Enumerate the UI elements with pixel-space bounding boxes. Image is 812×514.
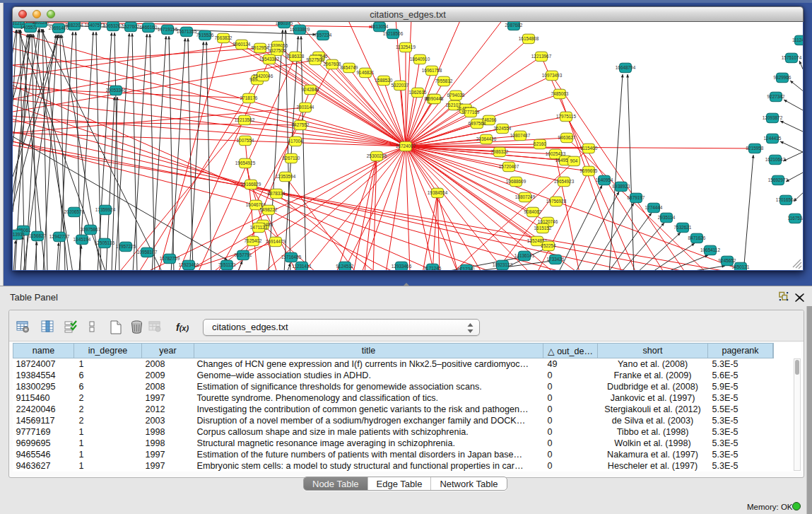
svg-text:20206576: 20206576 xyxy=(64,209,85,214)
svg-text:7986322: 7986322 xyxy=(491,149,509,154)
svg-text:8427552: 8427552 xyxy=(292,122,310,127)
svg-text:7625402: 7625402 xyxy=(245,238,262,243)
svg-text:9115460: 9115460 xyxy=(580,146,598,151)
svg-text:2967608: 2967608 xyxy=(324,62,341,66)
svg-text:6794028: 6794028 xyxy=(447,93,465,98)
svg-text:1640954: 1640954 xyxy=(596,177,613,182)
svg-text:7632621: 7632621 xyxy=(674,225,692,230)
svg-text:11231411: 11231411 xyxy=(292,264,312,269)
svg-text:8912954: 8912954 xyxy=(252,45,269,50)
svg-text:19654923: 19654923 xyxy=(554,179,575,184)
svg-text:16914479: 16914479 xyxy=(266,239,286,244)
svg-text:17016504: 17016504 xyxy=(776,197,796,202)
svg-text:16782759: 16782759 xyxy=(160,256,180,261)
svg-text:7515526: 7515526 xyxy=(196,33,214,37)
svg-text:25300235: 25300235 xyxy=(367,153,387,158)
svg-text:9327508: 9327508 xyxy=(307,57,324,62)
svg-text:15751074: 15751074 xyxy=(782,55,802,60)
svg-text:30975867: 30975867 xyxy=(81,227,101,232)
svg-text:16210643: 16210643 xyxy=(765,157,786,162)
svg-text:3624554: 3624554 xyxy=(494,126,512,131)
svg-text:9450121: 9450121 xyxy=(732,264,750,269)
svg-text:1527602: 1527602 xyxy=(122,24,140,29)
svg-text:19756928: 19756928 xyxy=(546,199,567,204)
svg-text:1007554: 1007554 xyxy=(237,138,254,143)
svg-text:12093872: 12093872 xyxy=(763,115,783,120)
svg-text:15692971: 15692971 xyxy=(768,177,789,182)
svg-text:8878334: 8878334 xyxy=(268,191,286,196)
svg-text:12213967: 12213967 xyxy=(531,54,552,59)
svg-text:2935114: 2935114 xyxy=(658,215,676,220)
svg-text:10654112: 10654112 xyxy=(700,247,720,252)
svg-text:9329966: 9329966 xyxy=(774,75,792,80)
svg-text:9882204: 9882204 xyxy=(66,23,83,28)
svg-text:17359924: 17359924 xyxy=(95,207,116,212)
svg-text:19384554: 19384554 xyxy=(428,190,448,195)
svg-text:8267110: 8267110 xyxy=(283,156,300,160)
svg-text:9463627: 9463627 xyxy=(558,135,576,140)
svg-text:12942737: 12942737 xyxy=(49,234,70,239)
svg-text:1156827: 1156827 xyxy=(29,233,47,238)
svg-text:9242848: 9242848 xyxy=(302,87,319,92)
svg-text:10807487: 10807487 xyxy=(510,133,531,138)
svg-text:6497568: 6497568 xyxy=(469,121,486,126)
svg-text:1362615: 1362615 xyxy=(409,90,427,95)
svg-text:1301287: 1301287 xyxy=(33,22,50,25)
svg-text:15720407: 15720407 xyxy=(499,164,519,169)
svg-text:1112412: 1112412 xyxy=(792,37,803,42)
svg-text:16961758: 16961758 xyxy=(422,68,442,73)
svg-text:15716485: 15716485 xyxy=(281,255,302,259)
svg-text:18724007: 18724007 xyxy=(396,144,416,148)
svg-text:18923123: 18923123 xyxy=(493,262,513,267)
svg-text:14136141: 14136141 xyxy=(514,253,535,258)
svg-text:62160: 62160 xyxy=(534,141,546,146)
svg-text:16671355: 16671355 xyxy=(177,29,197,34)
svg-text:18640910: 18640910 xyxy=(410,57,430,62)
svg-text:8938923: 8938923 xyxy=(613,184,630,189)
svg-text:904: 904 xyxy=(570,158,578,163)
svg-text:12353594: 12353594 xyxy=(276,174,296,179)
svg-text:1733426: 1733426 xyxy=(547,257,565,262)
svg-text:9699695: 9699695 xyxy=(580,168,598,173)
svg-text:417004: 417004 xyxy=(288,139,303,144)
svg-text:16154808: 16154808 xyxy=(519,36,539,41)
svg-text:9146821: 9146821 xyxy=(357,70,375,75)
svg-text:12933466: 12933466 xyxy=(392,264,412,269)
svg-text:10719155: 10719155 xyxy=(158,27,178,32)
svg-text:1860375: 1860375 xyxy=(276,22,293,25)
svg-text:8712341: 8712341 xyxy=(458,267,476,270)
svg-text:8215958: 8215958 xyxy=(746,146,764,151)
svg-text:1345194: 1345194 xyxy=(73,237,91,242)
svg-text:16543382: 16543382 xyxy=(259,57,280,62)
svg-text:9227342: 9227342 xyxy=(767,94,785,99)
svg-text:9124512: 9124512 xyxy=(336,264,354,269)
svg-text:9327505: 9327505 xyxy=(269,48,286,53)
svg-text:19654925: 19654925 xyxy=(235,160,256,165)
svg-text:8813054: 8813054 xyxy=(371,24,389,29)
svg-text:20053346: 20053346 xyxy=(106,88,126,93)
svg-text:9657791: 9657791 xyxy=(235,252,252,257)
svg-text:17975115: 17975115 xyxy=(556,114,576,119)
svg-text:5498222: 5498222 xyxy=(260,207,278,212)
svg-text:18807249: 18807249 xyxy=(515,194,536,199)
svg-text:6879197: 6879197 xyxy=(628,195,645,200)
svg-text:8186328: 8186328 xyxy=(287,54,305,59)
svg-text:9777169: 9777169 xyxy=(462,110,480,115)
svg-text:10688609: 10688609 xyxy=(506,179,526,184)
svg-text:2718176: 2718176 xyxy=(240,95,258,100)
svg-text:12213582: 12213582 xyxy=(235,117,255,122)
svg-text:7955812: 7955812 xyxy=(435,78,453,83)
svg-text:6466160: 6466160 xyxy=(140,25,158,30)
svg-text:1274444: 1274444 xyxy=(645,205,663,210)
svg-text:2803144: 2803144 xyxy=(297,105,314,110)
svg-text:8960124: 8960124 xyxy=(233,42,251,47)
svg-text:8471626: 8471626 xyxy=(688,235,706,240)
svg-text:10973493: 10973493 xyxy=(542,73,563,78)
svg-text:16033809: 16033809 xyxy=(290,27,310,32)
svg-text:16648794: 16648794 xyxy=(616,65,636,70)
svg-text:12923466: 12923466 xyxy=(179,262,199,267)
svg-text:1615152: 1615152 xyxy=(534,226,552,230)
svg-text:7663822: 7663822 xyxy=(215,35,233,40)
svg-text:12505135: 12505135 xyxy=(95,240,115,245)
svg-text:16407573: 16407573 xyxy=(85,23,105,28)
